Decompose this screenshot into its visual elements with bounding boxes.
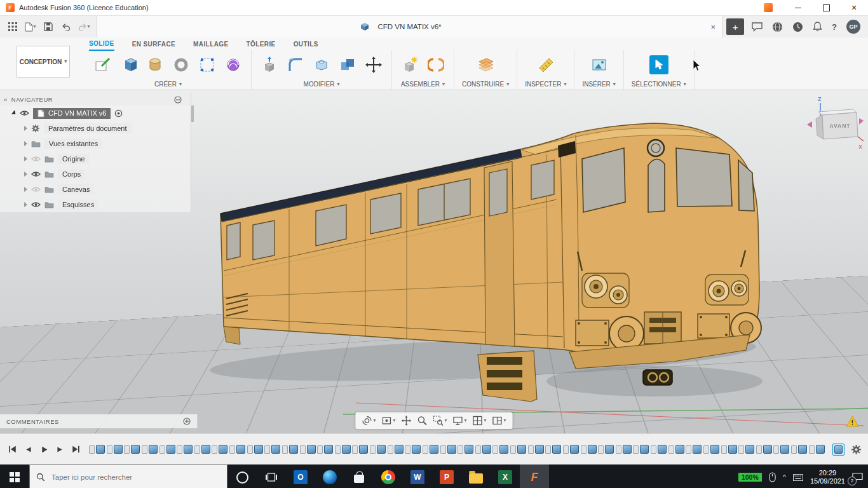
pan-icon[interactable] [401, 416, 411, 426]
maximize-button[interactable] [812, 0, 840, 15]
collapse-panel-icon[interactable]: « [4, 96, 8, 103]
tree-item-canevas[interactable]: Canevas [0, 182, 191, 197]
new-tab-button[interactable]: + [726, 18, 744, 35]
visibility-icon[interactable] [31, 171, 41, 177]
warning-icon[interactable]: ! [846, 416, 859, 427]
timeline-feature[interactable] [756, 445, 772, 454]
minimize-button[interactable] [784, 0, 812, 15]
help-icon[interactable]: ? [832, 22, 837, 32]
taskbar-app-edge[interactable] [315, 464, 344, 488]
select-tool-icon[interactable] [649, 55, 668, 74]
extrude-icon[interactable] [119, 55, 139, 75]
taskbar-app-explorer[interactable] [461, 464, 491, 488]
viewport-3d[interactable]: « NAVIGATEUR CFD VN MATIX v6 [0, 90, 868, 433]
timeline-feature[interactable] [809, 445, 825, 454]
group-label-creer[interactable]: CRÉER▾ [154, 79, 182, 90]
tab-tolerie[interactable]: TÔLERIE [247, 37, 276, 50]
timeline-feature[interactable] [370, 445, 386, 454]
taskbar-app-excel[interactable]: X [491, 464, 520, 488]
viewports-icon[interactable]: ▾ [492, 416, 506, 426]
measure-icon[interactable] [536, 55, 556, 75]
timeline-feature[interactable] [633, 445, 649, 454]
tree-item-origine[interactable]: Origine [0, 151, 191, 166]
app-grid-icon[interactable] [5, 19, 20, 34]
timeline-feature[interactable] [264, 445, 280, 454]
zoom-window-icon[interactable]: ▾ [433, 416, 447, 426]
taskbar-app-powerpoint[interactable]: P [432, 464, 461, 488]
timeline-feature[interactable] [405, 445, 421, 454]
navigator-root-row[interactable]: CFD VN MATIX v6 [0, 105, 191, 121]
group-label-inspecter[interactable]: INSPECTER▾ [525, 79, 566, 90]
timeline-feature[interactable] [738, 445, 754, 454]
torus-primitive-icon[interactable] [171, 55, 191, 75]
combine-icon[interactable] [337, 55, 358, 75]
timeline-feature[interactable] [686, 445, 702, 454]
group-label-construire[interactable]: CONSTRUIRE▾ [462, 79, 509, 90]
timeline-feature[interactable] [142, 445, 158, 454]
taskbar-app-store[interactable] [344, 464, 374, 488]
tab-maillage[interactable]: MAILLAGE [193, 37, 228, 50]
insert-canvas-icon[interactable] [589, 55, 609, 75]
construction-plane-icon[interactable] [475, 55, 496, 75]
shell-icon[interactable] [311, 55, 332, 75]
visibility-icon[interactable] [31, 156, 41, 162]
visibility-icon[interactable] [31, 186, 41, 193]
undo-icon[interactable] [58, 19, 74, 34]
tab-outils[interactable]: OUTILS [294, 37, 318, 50]
timeline-feature[interactable] [440, 445, 456, 454]
joint-icon[interactable] [426, 55, 446, 75]
timeline-feature[interactable] [492, 445, 508, 454]
timeline-feature[interactable] [352, 445, 368, 454]
taskbar-clock[interactable]: 20:29 15/09/2021 [810, 469, 845, 485]
group-label-selectionner[interactable]: SÉLECTIONNER▾ [632, 79, 686, 90]
timeline-feature[interactable] [212, 445, 227, 454]
timeline-feature[interactable] [177, 445, 193, 454]
workspace-selector[interactable]: CONCEPTION ▾ [17, 46, 70, 78]
look-at-icon[interactable]: ▾ [381, 416, 395, 426]
hidden-icons-chevron[interactable]: ^ [783, 473, 786, 481]
timeline-go-start-icon[interactable] [6, 444, 18, 455]
timeline-strip[interactable] [89, 445, 825, 454]
viewcube-front-face[interactable]: AVANT [829, 123, 850, 129]
timeline-feature[interactable] [528, 445, 544, 454]
minimize-panel-icon[interactable] [174, 96, 182, 104]
taskbar-app-word[interactable]: W [403, 464, 432, 488]
timeline-feature[interactable] [475, 445, 491, 454]
timeline-feature[interactable] [107, 445, 123, 454]
view-cube[interactable]: Z AVANT X [802, 93, 865, 153]
timeline-feature[interactable] [721, 445, 737, 454]
cylinder-primitive-icon[interactable] [145, 55, 165, 75]
tree-item-esquisses[interactable]: Esquisses [0, 197, 191, 212]
timeline-feature[interactable] [247, 445, 263, 454]
expand-triangle-icon[interactable] [11, 110, 17, 116]
timeline-feature[interactable] [545, 445, 561, 454]
display-settings-icon[interactable]: ▾ [453, 416, 467, 426]
timeline-feature[interactable] [317, 445, 333, 454]
timeline-go-end-icon[interactable] [70, 444, 81, 455]
create-sketch-icon[interactable] [93, 55, 113, 75]
timeline-feature[interactable] [510, 445, 526, 454]
file-menu-icon[interactable]: ▾ [23, 19, 38, 34]
grid-settings-icon[interactable]: ▾ [473, 416, 487, 426]
timeline-feature[interactable] [598, 445, 614, 454]
group-label-inserer[interactable]: INSÉRER▾ [582, 79, 615, 90]
expand-triangle-icon[interactable] [24, 202, 27, 207]
timeline-feature[interactable] [651, 445, 667, 454]
timeline-feature[interactable] [300, 445, 316, 454]
taskbar-app-chrome[interactable] [374, 464, 403, 488]
cortana-button[interactable] [227, 464, 257, 488]
timeline-feature[interactable] [668, 445, 684, 454]
tree-item-vues[interactable]: Vues existantes [0, 136, 191, 151]
document-tab-close-icon[interactable]: × [710, 22, 715, 32]
tab-en-surface[interactable]: EN SURFACE [132, 37, 175, 50]
expand-triangle-icon[interactable] [24, 187, 27, 192]
timeline-settings-gear-icon[interactable] [851, 444, 862, 455]
redo-icon[interactable]: ▾ [76, 19, 92, 34]
search-input[interactable] [50, 473, 205, 482]
press-pull-icon[interactable] [259, 55, 280, 75]
document-tab[interactable]: CFD VN MATIX v6* × [97, 16, 722, 37]
timeline-feature[interactable] [703, 445, 719, 454]
timeline-feature[interactable] [335, 445, 351, 454]
notifications-bell-icon[interactable] [813, 22, 822, 32]
timeline-feature[interactable] [616, 445, 632, 454]
